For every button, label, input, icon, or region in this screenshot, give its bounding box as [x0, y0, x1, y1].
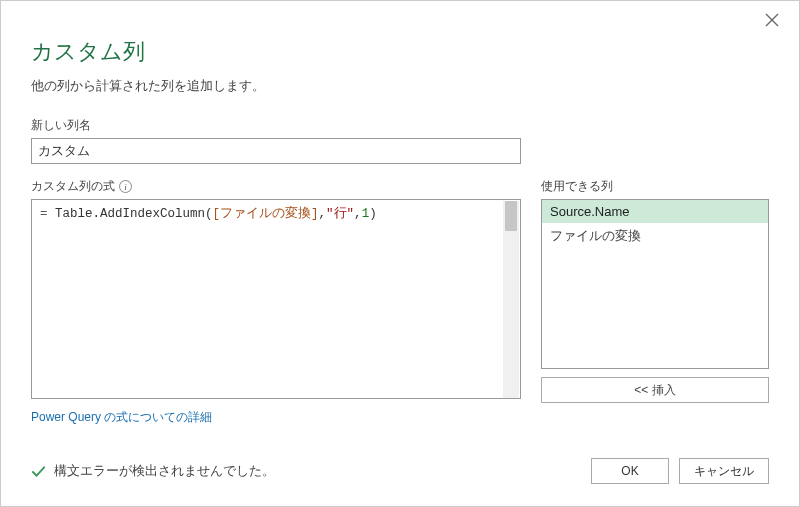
- available-columns-label-text: 使用できる列: [541, 178, 613, 195]
- new-column-name-label: 新しい列名: [31, 117, 769, 134]
- power-query-help-link[interactable]: Power Query の式についての詳細: [31, 409, 212, 426]
- new-column-name-input[interactable]: [31, 138, 521, 164]
- ok-button[interactable]: OK: [591, 458, 669, 484]
- formula-token-close-paren: ): [369, 207, 377, 221]
- dialog-title: カスタム列: [31, 37, 769, 67]
- formula-label-text: カスタム列の式: [31, 178, 115, 195]
- formula-scrollbar-thumb[interactable]: [505, 201, 517, 231]
- dialog-button-row: OK キャンセル: [591, 458, 769, 484]
- formula-label: カスタム列の式 i: [31, 178, 521, 195]
- formula-scrollbar[interactable]: [503, 201, 519, 399]
- close-icon[interactable]: [765, 13, 781, 29]
- available-columns-label: 使用できる列: [541, 178, 769, 195]
- custom-column-dialog: カスタム列 他の列から計算された列を追加します。 新しい列名 カスタム列の式 i…: [0, 0, 800, 507]
- dialog-subtitle: 他の列から計算された列を追加します。: [31, 77, 769, 95]
- formula-token-string: "行": [326, 207, 354, 221]
- formula-token-comma-2: ,: [354, 207, 362, 221]
- syntax-status-text: 構文エラーが検出されませんでした。: [54, 462, 275, 480]
- new-column-name-label-text: 新しい列名: [31, 117, 91, 134]
- formula-token-column-ref: [ファイルの変換]: [213, 207, 319, 221]
- info-icon[interactable]: i: [119, 180, 132, 193]
- available-column-item[interactable]: Source.Name: [542, 200, 768, 223]
- formula-token-open-paren: (: [205, 207, 213, 221]
- syntax-status: 構文エラーが検出されませんでした。: [31, 462, 275, 480]
- formula-token-function: Table.AddIndexColumn: [55, 207, 205, 221]
- insert-button[interactable]: << 挿入: [541, 377, 769, 403]
- formula-token-number: 1: [362, 207, 370, 221]
- available-column-item[interactable]: ファイルの変換: [542, 223, 768, 249]
- check-icon: [31, 464, 46, 479]
- formula-token-comma-1: ,: [319, 207, 327, 221]
- formula-content[interactable]: = Table.AddIndexColumn([ファイルの変換],"行",1): [32, 200, 520, 230]
- available-columns-list[interactable]: Source.Name ファイルの変換: [541, 199, 769, 369]
- formula-token-eq: =: [40, 207, 55, 221]
- formula-editor[interactable]: = Table.AddIndexColumn([ファイルの変換],"行",1): [31, 199, 521, 399]
- cancel-button[interactable]: キャンセル: [679, 458, 769, 484]
